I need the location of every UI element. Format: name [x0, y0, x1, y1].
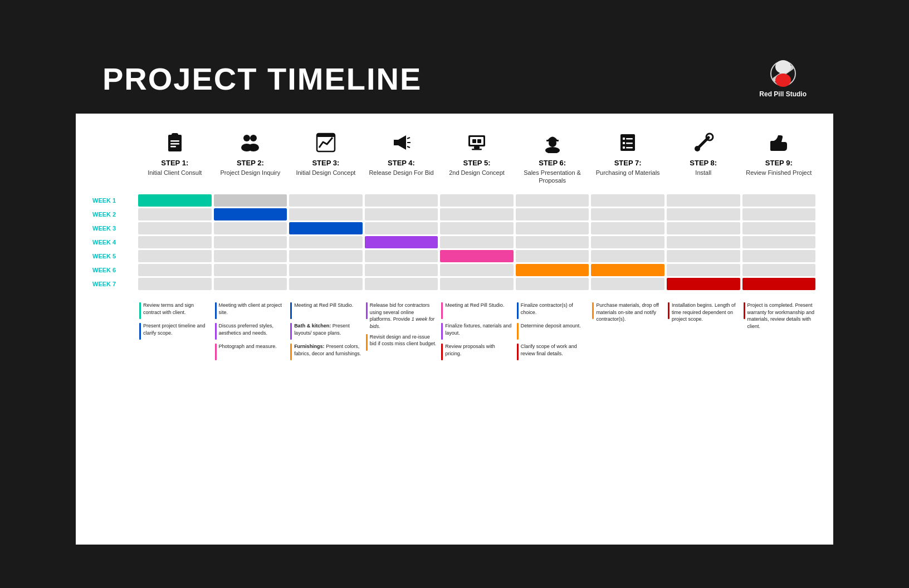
svg-rect-30: [623, 138, 625, 140]
step-label-6: STEP 6:: [539, 159, 566, 167]
step-desc-6: Sales Presentation & Proposals: [517, 169, 588, 185]
step-desc-1: Initial Client Consult: [148, 169, 202, 177]
note-bar: [139, 302, 141, 319]
note-text: Finalize contractor(s) of choice.: [521, 302, 588, 316]
timeline-row-4: [137, 236, 817, 248]
note-text: Review terms and sign contract with clie…: [143, 302, 211, 316]
note-bar: [290, 323, 292, 340]
notes-col-1: Review terms and sign contract with clie…: [137, 302, 213, 364]
logo-icon: [769, 59, 798, 88]
svg-rect-35: [626, 147, 633, 149]
step-icon-6: [542, 129, 563, 156]
note-bar: [517, 302, 519, 319]
step-col-2: STEP 2:Project Design Inquiry: [213, 129, 289, 177]
step-desc-4: Release Design For Bid: [369, 169, 433, 177]
note-bar: [366, 302, 368, 319]
step-label-1: STEP 1:: [161, 159, 188, 167]
notes-col-7: Purchase materials, drop off materials o…: [590, 302, 666, 364]
note-text: Revisit design and re-issue bid if costs…: [370, 334, 437, 347]
timeline-cell-r5-c5: [440, 250, 514, 262]
note-bar: [215, 323, 217, 340]
note-item-7-1: Purchase materials, drop off materials o…: [592, 302, 663, 323]
note-bar: [290, 344, 292, 360]
timeline-cell-r3-c6: [516, 222, 589, 234]
note-bar: [668, 302, 669, 319]
timeline-grid: [137, 194, 817, 292]
svg-rect-16: [394, 140, 398, 145]
slide: PROJECT TIMELINE Red Pill Studio STEP 1:…: [76, 43, 833, 545]
step-icon-8: [693, 129, 714, 156]
svg-point-2: [775, 60, 791, 74]
week-label-7: WEEK 7: [92, 278, 135, 290]
timeline-cell-r7-c8: [667, 278, 740, 290]
step-desc-2: Project Design Inquiry: [221, 169, 281, 177]
svg-rect-24: [472, 139, 476, 143]
timeline-cell-r1-c3: [289, 194, 363, 207]
svg-rect-32: [623, 142, 625, 144]
svg-rect-33: [626, 143, 633, 144]
week-label-5: WEEK 5: [92, 250, 135, 262]
note-bar: [592, 302, 594, 319]
svg-rect-8: [170, 146, 176, 148]
note-bar: [139, 323, 141, 340]
timeline-cell-r7-c2: [214, 278, 287, 290]
note-item-5-1: Meeting at Red Pill Studio.: [441, 302, 512, 319]
step-icon-3: [315, 129, 336, 156]
step-icon-1: [164, 129, 185, 156]
step-desc-9: Review Finished Project: [746, 169, 812, 177]
timeline-cell-r7-c7: [591, 278, 664, 290]
page-title: PROJECT TIMELINE: [102, 61, 422, 97]
timeline-cell-r2-c8: [667, 208, 740, 220]
timeline-cell-r6-c3: [289, 264, 363, 276]
timeline-row-1: [137, 194, 817, 207]
note-text: Determine deposit amount.: [521, 322, 581, 330]
timeline-cell-r1-c4: [365, 194, 438, 207]
timeline-row-5: [137, 250, 817, 262]
note-item-2-2: Discuss preferred styles, aesthetics and…: [215, 322, 286, 340]
timeline-cell-r4-c8: [667, 236, 740, 248]
timeline-cell-r7-c3: [289, 278, 363, 290]
week-label-2: WEEK 2: [92, 208, 135, 220]
timeline-cell-r7-c4: [365, 278, 438, 290]
note-item-6-3: Clarify scope of work and review final d…: [517, 343, 588, 360]
week-labels: WEEK 1WEEK 2WEEK 3WEEK 4WEEK 5WEEK 6WEEK…: [92, 194, 137, 292]
timeline-row-3: [137, 222, 817, 234]
svg-rect-7: [170, 143, 179, 145]
notes-col-6: Finalize contractor(s) of choice.Determi…: [515, 302, 590, 364]
week-label-1: WEEK 1: [92, 194, 135, 207]
svg-rect-22: [474, 146, 480, 149]
svg-rect-34: [623, 146, 625, 149]
step-col-4: STEP 4:Release Design For Bid: [364, 129, 439, 177]
note-bar: [215, 302, 217, 319]
timeline-cell-r5-c8: [667, 250, 740, 262]
svg-rect-27: [546, 140, 559, 141]
note-text: Meeting at Red Pill Studio.: [294, 302, 353, 309]
step-label-2: STEP 2:: [237, 159, 264, 167]
note-bar: [441, 302, 443, 319]
note-text: Installation begins. Length of time requ…: [672, 302, 739, 323]
svg-point-3: [775, 74, 791, 87]
timeline-cell-r2-c2: [214, 208, 287, 220]
step-col-9: STEP 9:Review Finished Project: [741, 129, 817, 177]
note-text: Review proposals with pricing.: [445, 343, 512, 357]
timeline-cell-r3-c3: [289, 222, 363, 234]
timeline-cell-r1-c9: [742, 194, 816, 207]
step-icon-5: [466, 129, 487, 156]
note-item-9-1: Project is completed. Present warranty f…: [744, 302, 815, 330]
timeline-row-2: [137, 208, 817, 220]
note-item-5-3: Review proposals with pricing.: [441, 343, 512, 360]
timeline-cell-r2-c4: [365, 208, 438, 220]
note-text: Photograph and measure.: [219, 343, 277, 350]
note-item-1-2: Present project timeline and clarify sco…: [139, 322, 211, 340]
note-item-3-2: Bath & kitchen: Present layouts/ space p…: [290, 322, 361, 340]
timeline-cell-r4-c1: [138, 236, 212, 248]
step-label-4: STEP 4:: [388, 159, 415, 167]
step-label-9: STEP 9:: [765, 159, 793, 167]
note-text: Meeting at Red Pill Studio.: [445, 302, 504, 309]
week-label-3: WEEK 3: [92, 222, 135, 234]
timeline-cell-r6-c1: [138, 264, 212, 276]
timeline-cell-r1-c6: [516, 194, 589, 207]
step-icon-2: [240, 129, 261, 156]
timeline-cell-r4-c2: [214, 236, 287, 248]
svg-rect-6: [170, 140, 179, 142]
